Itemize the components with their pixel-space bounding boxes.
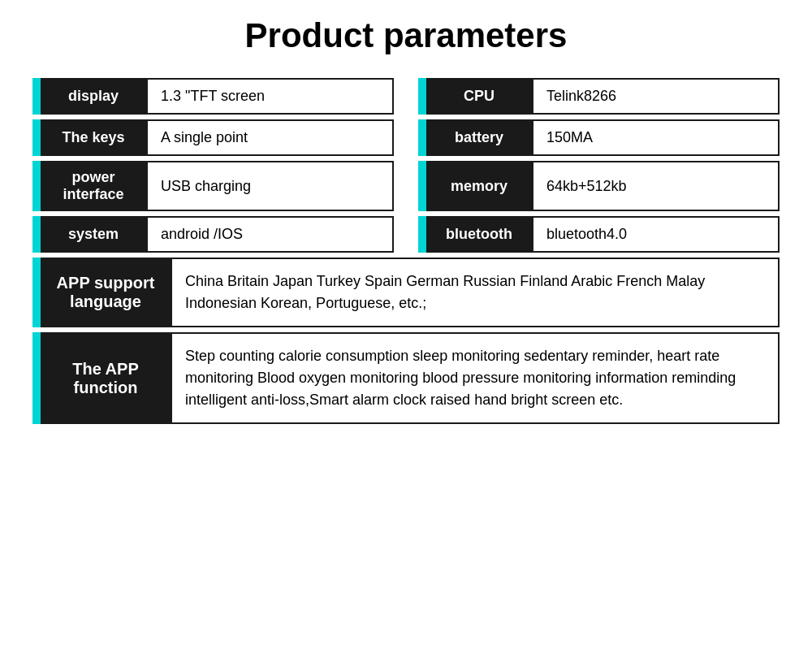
half-system: system android /IOS [32,216,394,253]
full-app-language: APP support language China Britain Japan… [32,258,780,327]
half-keys: The keys A single point [32,119,394,156]
label-app-language: APP support language [41,258,171,327]
cyan-bar [32,332,41,424]
half-memory: memory 64kb+512kb [418,161,780,211]
value-display: 1.3 "TFT screen [146,78,394,115]
value-system: android /IOS [146,216,394,253]
value-app-function: Step counting calorie consumption sleep … [171,332,780,424]
row-keys-battery: The keys A single point battery 150MA [32,119,780,156]
cyan-bar [32,78,41,115]
page-title: Product parameters [32,16,780,55]
value-battery: 150MA [532,119,780,156]
label-app-function: The APP function [41,332,171,424]
cyan-bar [32,119,41,156]
value-power: USB charging [146,161,394,211]
full-app-function: The APP function Step counting calorie c… [32,332,780,424]
row-app-language: APP support language China Britain Japan… [32,258,780,327]
half-battery: battery 150MA [418,119,780,156]
value-cpu: Telink8266 [532,78,780,115]
value-memory: 64kb+512kb [532,161,780,211]
value-keys: A single point [146,119,394,156]
label-power: power interface [41,161,146,211]
cyan-bar [32,258,41,327]
label-display: display [41,78,146,115]
cyan-bar [32,161,41,211]
row-app-function: The APP function Step counting calorie c… [32,332,780,424]
label-memory: memory [426,161,532,211]
half-cpu: CPU Telink8266 [418,78,780,115]
half-display: display 1.3 "TFT screen [32,78,394,115]
cyan-bar [418,216,426,253]
label-system: system [41,216,146,253]
row-power-memory: power interface USB charging memory 64kb… [32,161,780,211]
half-bluetooth: bluetooth bluetooth4.0 [418,216,780,253]
row-system-bluetooth: system android /IOS bluetooth bluetooth4… [32,216,780,253]
cyan-bar [418,161,426,211]
params-table: display 1.3 "TFT screen CPU Telink8266 T… [32,78,780,424]
cyan-bar [418,78,426,115]
label-keys: The keys [41,119,146,156]
cyan-bar [418,119,426,156]
cyan-bar [32,216,41,253]
half-power: power interface USB charging [32,161,394,211]
value-bluetooth: bluetooth4.0 [532,216,780,253]
label-bluetooth: bluetooth [426,216,532,253]
value-app-language: China Britain Japan Turkey Spain German … [171,258,780,327]
label-battery: battery [426,119,532,156]
label-cpu: CPU [426,78,532,115]
row-display-cpu: display 1.3 "TFT screen CPU Telink8266 [32,78,780,115]
